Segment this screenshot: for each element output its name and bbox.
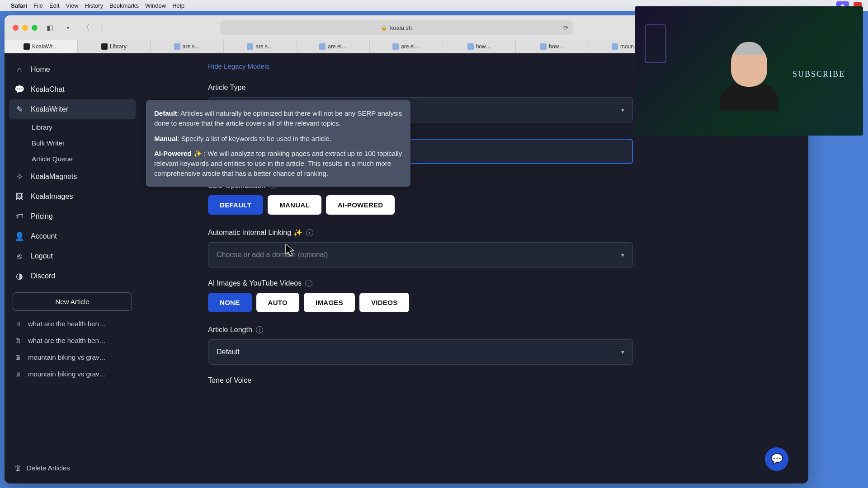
tag-icon: 🏷 bbox=[14, 211, 24, 221]
document-icon: 🗎 bbox=[14, 353, 23, 361]
browser-tab[interactable]: how… bbox=[443, 40, 516, 53]
sidebar-item-library[interactable]: Library bbox=[9, 119, 136, 135]
reload-icon[interactable]: ⟳ bbox=[563, 24, 568, 31]
sidebar-item-pricing[interactable]: 🏷Pricing bbox=[9, 206, 136, 226]
favicon-icon bbox=[467, 43, 474, 50]
menu-window[interactable]: Window bbox=[145, 2, 166, 9]
favicon-icon bbox=[392, 43, 399, 50]
document-icon: 🗎 bbox=[14, 320, 23, 328]
sidebar-item-account[interactable]: 👤Account bbox=[9, 226, 136, 246]
minimize-window-icon[interactable] bbox=[22, 25, 28, 31]
recent-article[interactable]: 🗎mountain biking vs grav… bbox=[9, 349, 136, 366]
lock-icon: 🔒 bbox=[381, 24, 387, 31]
seo-option-default[interactable]: DEFAULT bbox=[208, 195, 263, 215]
sidebar-toggle-icon[interactable]: ◧ bbox=[44, 22, 56, 33]
user-icon: 👤 bbox=[14, 231, 24, 241]
image-icon: 🖼 bbox=[14, 192, 24, 202]
favicon-icon bbox=[612, 43, 618, 50]
article-type-label: Article Type bbox=[208, 84, 633, 92]
favicon-icon bbox=[174, 43, 180, 50]
sidebar-item-koalachat[interactable]: 💬KoalaChat bbox=[9, 80, 136, 99]
article-length-label: Article Length i bbox=[208, 326, 633, 334]
sidebar-item-koalamagnets[interactable]: ✧KoalaMagnets bbox=[9, 167, 136, 187]
chat-icon: 💬 bbox=[14, 84, 24, 94]
document-icon: 🗎 bbox=[14, 370, 23, 378]
browser-tab[interactable]: KoalaWr… bbox=[5, 40, 78, 53]
recent-article[interactable]: 🗎what are the health ben… bbox=[9, 315, 136, 332]
menu-edit[interactable]: Edit bbox=[49, 2, 59, 9]
video-overlay: SUBSCRIBE bbox=[635, 6, 863, 136]
favicon-icon bbox=[24, 43, 30, 50]
tone-of-voice-label: Tone of Voice bbox=[208, 376, 633, 385]
menu-history[interactable]: History bbox=[85, 2, 103, 9]
internal-linking-select[interactable]: Choose or add a domain (optional) ▾ bbox=[208, 242, 633, 267]
browser-tab[interactable]: how… bbox=[516, 40, 589, 53]
sidebar-item-bulk-writer[interactable]: Bulk Writer bbox=[9, 135, 136, 151]
chevron-down-icon[interactable]: ▾ bbox=[62, 22, 74, 33]
recent-article[interactable]: 🗎what are the health ben… bbox=[9, 332, 136, 349]
back-button[interactable]: 〈 bbox=[80, 22, 92, 33]
menu-bookmarks[interactable]: Bookmarks bbox=[109, 2, 139, 9]
app-name[interactable]: Safari bbox=[11, 2, 27, 9]
trash-icon: 🗑 bbox=[14, 464, 21, 472]
chevron-down-icon: ▾ bbox=[621, 348, 624, 356]
favicon-icon bbox=[247, 43, 253, 50]
internal-linking-label: Automatic Internal Linking ✨ i bbox=[208, 228, 633, 237]
forward-button[interactable]: 〉 bbox=[98, 22, 110, 33]
recent-article[interactable]: 🗎mountain biking vs grav… bbox=[9, 366, 136, 382]
info-icon[interactable]: i bbox=[305, 280, 312, 287]
browser-tab[interactable]: are s… bbox=[151, 40, 224, 53]
address-bar[interactable]: 🔒 koala.sh ⟳ bbox=[220, 20, 573, 35]
sidebar-item-koalaimages[interactable]: 🖼KoalaImages bbox=[9, 187, 136, 206]
sidebar-item-logout[interactable]: ⎋Logout bbox=[9, 246, 136, 266]
ai-images-videos-label: AI Images & YouTube Videos i bbox=[208, 279, 633, 287]
info-icon[interactable]: i bbox=[256, 326, 263, 333]
neon-decoration bbox=[645, 24, 666, 63]
app-sidebar: ⌂Home 💬KoalaChat ✎KoalaWriter Library Bu… bbox=[5, 53, 140, 483]
browser-tab[interactable]: are s… bbox=[224, 40, 297, 53]
chevron-down-icon: ▾ bbox=[621, 251, 624, 258]
favicon-icon bbox=[540, 43, 547, 50]
subscribe-text: SUBSCRIBE bbox=[793, 70, 845, 79]
pencil-icon: ✎ bbox=[14, 104, 24, 114]
new-article-button[interactable]: New Article bbox=[13, 292, 132, 311]
favicon-icon bbox=[101, 43, 108, 50]
browser-tab[interactable]: are el… bbox=[370, 40, 443, 53]
menu-file[interactable]: File bbox=[33, 2, 43, 9]
chat-bubble-icon: 💬 bbox=[771, 453, 783, 465]
sidebar-item-article-queue[interactable]: Article Queue bbox=[9, 151, 136, 167]
discord-icon: ◑ bbox=[14, 271, 24, 281]
favicon-icon bbox=[319, 43, 326, 50]
menu-help[interactable]: Help bbox=[172, 2, 184, 9]
presenter-avatar bbox=[720, 44, 778, 112]
chat-fab-button[interactable]: 💬 bbox=[765, 447, 788, 471]
hide-legacy-models-link[interactable]: Hide Legacy Models bbox=[208, 62, 633, 70]
browser-tab[interactable]: are el… bbox=[297, 40, 370, 53]
info-icon[interactable]: i bbox=[306, 229, 313, 236]
home-icon: ⌂ bbox=[14, 65, 24, 75]
browser-tab[interactable]: Library bbox=[78, 40, 151, 53]
seo-option-manual[interactable]: MANUAL bbox=[268, 195, 321, 215]
logout-icon: ⎋ bbox=[14, 251, 24, 261]
media-option-images[interactable]: IMAGES bbox=[304, 293, 355, 312]
address-text: koala.sh bbox=[390, 24, 412, 31]
maximize-window-icon[interactable] bbox=[32, 25, 38, 31]
chevron-down-icon: ▾ bbox=[621, 106, 624, 113]
article-length-select[interactable]: Default ▾ bbox=[208, 339, 633, 365]
delete-articles-button[interactable]: 🗑Delete Articles bbox=[9, 459, 136, 477]
menu-view[interactable]: View bbox=[66, 2, 79, 9]
sidebar-item-discord[interactable]: ◑Discord bbox=[9, 266, 136, 286]
sparkle-icon: ✧ bbox=[14, 172, 24, 182]
traffic-lights[interactable] bbox=[13, 25, 38, 31]
close-window-icon[interactable] bbox=[13, 25, 19, 31]
seo-option-ai-powered[interactable]: AI-POWERED bbox=[326, 195, 395, 215]
seo-tooltip: Default: Articles will naturally be opti… bbox=[146, 100, 410, 187]
media-option-none[interactable]: NONE bbox=[208, 293, 252, 312]
media-option-videos[interactable]: VIDEOS bbox=[359, 293, 409, 312]
sidebar-item-home[interactable]: ⌂Home bbox=[9, 60, 136, 80]
document-icon: 🗎 bbox=[14, 337, 23, 344]
sidebar-item-koalawriter[interactable]: ✎KoalaWriter bbox=[9, 99, 136, 119]
media-option-auto[interactable]: AUTO bbox=[256, 293, 299, 312]
